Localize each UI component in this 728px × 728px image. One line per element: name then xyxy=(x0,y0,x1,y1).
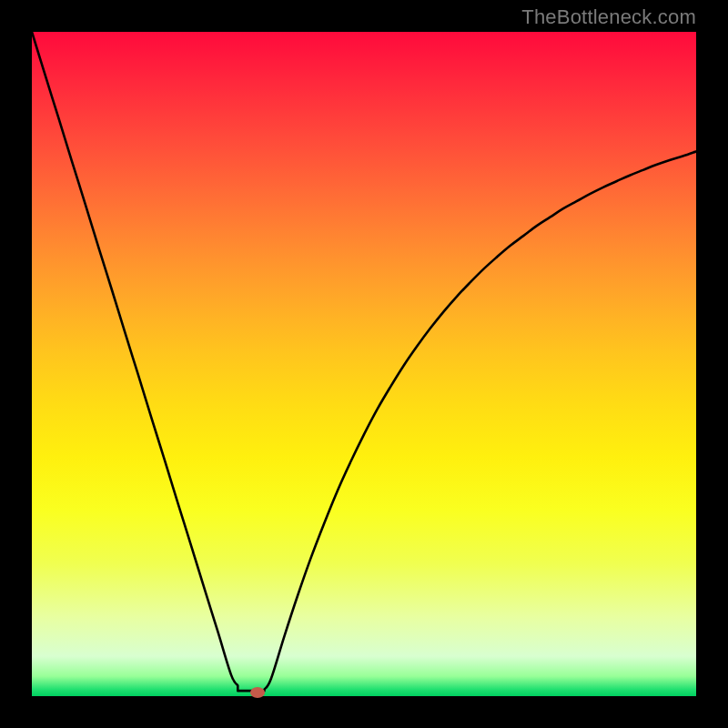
bottleneck-curve xyxy=(32,32,696,696)
attribution-text: TheBottleneck.com xyxy=(521,5,696,29)
chart-container: TheBottleneck.com xyxy=(0,0,728,728)
optimal-point-marker xyxy=(250,687,265,698)
plot-area xyxy=(32,32,696,696)
